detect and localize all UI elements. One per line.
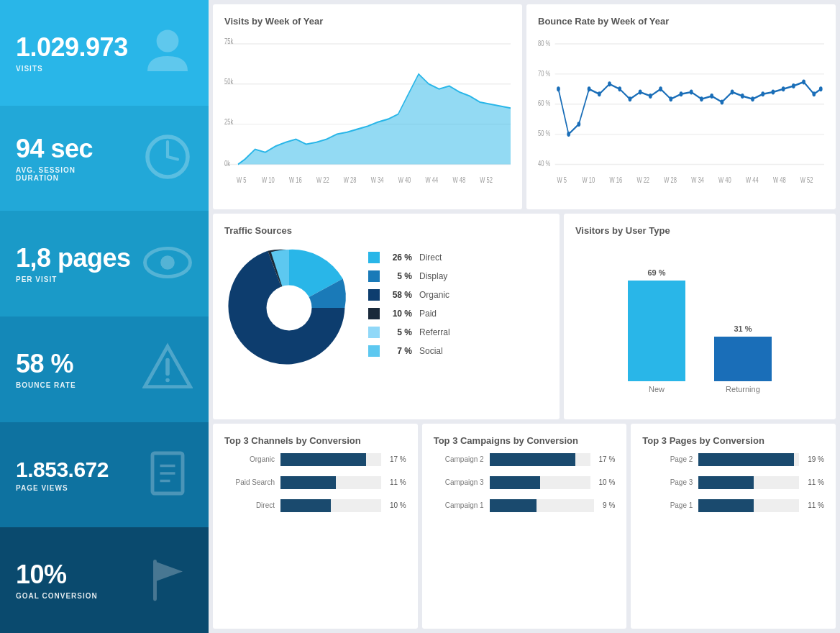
pages-card: Top 3 Pages by Conversion Page 2 19 % Pa… — [631, 424, 836, 629]
channel-label-0: Organic — [224, 455, 275, 463]
campaign-pct-1: 10 % — [599, 478, 616, 486]
visits-chart-container: 75k 50k 25k 0k W 5 W 10 W 16 W 22 W 28 W… — [224, 34, 511, 194]
visits-chart-title: Visits by Week of Year — [224, 16, 511, 27]
svg-point-56 — [690, 89, 693, 94]
visits-card: 1.029.973 VISITS — [0, 0, 209, 106]
svg-point-69 — [819, 86, 823, 91]
svg-point-80 — [267, 286, 312, 331]
campaigns-card: Top 3 Campaigns by Conversion Campaign 2… — [422, 424, 627, 629]
new-users-bar — [628, 281, 685, 381]
page-fill-2 — [698, 499, 754, 512]
svg-text:80 %: 80 % — [538, 38, 551, 47]
pageviews-value: 1.853.672 — [16, 457, 109, 481]
user-type-title: Visitors by User Type — [575, 225, 824, 236]
campaign-row-1: Campaign 3 10 % — [434, 476, 616, 489]
svg-point-58 — [710, 94, 713, 99]
legend-organic: 58 % Organic — [368, 289, 548, 301]
user-type-card: Visitors by User Type 69 % New 31 % Retu… — [564, 214, 836, 419]
campaigns-bars: Campaign 2 17 % Campaign 3 10 % Campaign… — [434, 453, 616, 512]
svg-text:W 5: W 5 — [237, 175, 246, 184]
bounce-line-chart: 80 % 70 % 60 % 50 % 40 % — [538, 34, 824, 194]
svg-text:25k: 25k — [224, 117, 233, 126]
traffic-title: Traffic Sources — [224, 225, 548, 236]
legend-referral: 5 % Referral — [368, 327, 548, 338]
svg-point-48 — [608, 81, 611, 86]
person-icon — [142, 26, 193, 79]
sidebar: 1.029.973 VISITS 94 sec AVG. SESSION DUR… — [0, 0, 209, 633]
svg-text:W 28: W 28 — [344, 175, 357, 184]
channel-row-1: Paid Search 11 % — [224, 476, 406, 489]
legend-color-direct — [368, 252, 380, 263]
svg-point-55 — [680, 91, 683, 96]
page-fill-1 — [698, 476, 754, 489]
traffic-content: 26 % Direct 5 % Display 58 % Organic — [224, 243, 548, 373]
warning-icon — [142, 342, 193, 396]
svg-text:W 10: W 10 — [262, 175, 275, 184]
pages-card: 1,8 pages PER VISIT — [0, 211, 209, 316]
channel-track-2 — [280, 499, 381, 512]
document-icon — [142, 448, 193, 501]
svg-point-5 — [160, 255, 175, 270]
svg-text:W 34: W 34 — [691, 175, 704, 184]
svg-text:W 16: W 16 — [289, 175, 302, 184]
svg-text:W 52: W 52 — [480, 175, 493, 184]
page-label-0: Page 2 — [642, 455, 693, 463]
svg-text:W 28: W 28 — [664, 175, 677, 184]
channel-pct-1: 11 % — [390, 478, 406, 486]
legend-color-social — [368, 345, 380, 357]
goal-label: GOAL CONVERSION — [16, 592, 98, 600]
legend-pct-paid: 10 % — [387, 309, 412, 319]
svg-text:40 %: 40 % — [538, 159, 551, 168]
svg-text:W 34: W 34 — [371, 175, 384, 184]
channel-fill-2 — [280, 499, 331, 512]
legend-direct: 26 % Direct — [368, 252, 548, 263]
returning-users-pct: 31 % — [734, 324, 752, 333]
svg-text:W 5: W 5 — [557, 175, 567, 184]
page-label-1: Page 3 — [642, 478, 693, 486]
legend-label-referral: Referral — [419, 327, 450, 337]
returning-users-group: 31 % Returning — [714, 324, 772, 393]
session-label: AVG. SESSION DURATION — [16, 166, 93, 182]
svg-point-54 — [669, 96, 672, 101]
svg-text:W 48: W 48 — [452, 175, 465, 184]
svg-point-64 — [772, 89, 775, 94]
svg-text:50k: 50k — [224, 76, 233, 86]
channel-fill-0 — [280, 453, 366, 466]
legend-label-social: Social — [419, 346, 443, 356]
channel-fill-1 — [280, 476, 336, 489]
svg-text:W 40: W 40 — [718, 175, 731, 184]
svg-point-62 — [751, 96, 754, 101]
clock-icon — [142, 132, 193, 185]
main-content: Visits by Week of Year 75k 50k 25k 0k — [209, 0, 840, 633]
visits-label: VISITS — [16, 65, 128, 73]
svg-point-57 — [700, 96, 703, 101]
campaign-track-0 — [490, 453, 590, 466]
page-fill-0 — [698, 453, 794, 466]
svg-point-52 — [649, 94, 652, 99]
campaign-fill-2 — [490, 499, 537, 512]
svg-point-61 — [741, 94, 744, 99]
campaign-fill-0 — [490, 453, 575, 466]
channel-track-1 — [280, 476, 381, 489]
legend-color-display — [368, 270, 380, 282]
svg-text:50 %: 50 % — [538, 129, 551, 138]
svg-point-60 — [731, 89, 734, 94]
bounce-label: BOUNCE RATE — [16, 381, 76, 389]
visits-line-chart: 75k 50k 25k 0k W 5 W 10 W 16 W 22 W 28 W… — [224, 34, 511, 194]
channel-row-2: Direct 10 % — [224, 499, 406, 512]
legend-display: 5 % Display — [368, 270, 548, 282]
page-label-2: Page 1 — [642, 501, 693, 509]
svg-text:W 52: W 52 — [800, 175, 813, 184]
row-conversions: Top 3 Channels by Conversion Organic 17 … — [213, 424, 836, 629]
visits-chart-card: Visits by Week of Year 75k 50k 25k 0k — [213, 4, 522, 209]
svg-point-46 — [588, 86, 591, 91]
user-type-chart: 69 % New 31 % Returning — [575, 243, 824, 407]
bounce-chart-title: Bounce Rate by Week of Year — [538, 16, 824, 27]
campaign-row-0: Campaign 2 17 % — [434, 453, 616, 466]
legend-pct-direct: 26 % — [387, 252, 412, 263]
bounce-card: 58 % BOUNCE RATE — [0, 316, 209, 422]
svg-point-8 — [165, 378, 170, 383]
legend-paid: 10 % Paid — [368, 308, 548, 319]
legend-pct-display: 5 % — [387, 271, 412, 281]
channels-title: Top 3 Channels by Conversion — [224, 435, 406, 446]
